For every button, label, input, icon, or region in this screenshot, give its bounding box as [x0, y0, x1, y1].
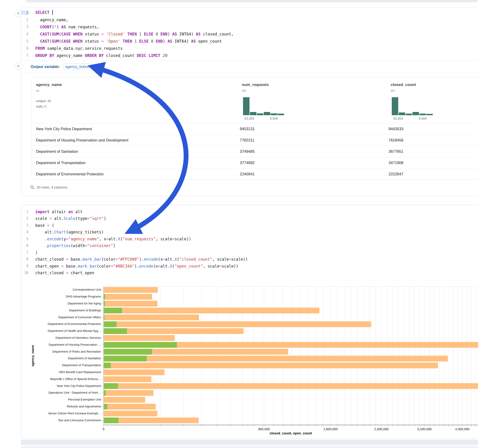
- code-text: chart_open = base.mark_bar(color="#8BC34…: [32, 264, 238, 268]
- row-column-count: 20 rows, 4 columns: [37, 185, 68, 189]
- svg-text:Department of Transportation: Department of Transportation: [62, 363, 101, 367]
- table-header: agency_namestrunique: 20nulls: 0num_requ…: [32, 77, 478, 123]
- line-number: 6: [21, 46, 29, 50]
- line-number: 3: [21, 25, 29, 29]
- code-line[interactable]: 7): [21, 249, 478, 256]
- cell-num-requests: 7782211: [240, 135, 254, 146]
- code-line[interactable]: 9chart_open = base.mark_bar(color="#8BC3…: [21, 263, 478, 270]
- svg-text:Department of Parks and Recrea: Department of Parks and Recreation: [52, 350, 101, 353]
- line-number: 6: [21, 244, 29, 248]
- line-number: 7: [21, 250, 29, 255]
- table-row: New York City Police Department945313194…: [32, 123, 478, 135]
- output-variable-input[interactable]: agency_tickets: [63, 64, 91, 70]
- sql-code-editor[interactable]: 1⌄SELECT 2 agency_name,3 COUNT(*) AS num…: [21, 7, 478, 59]
- collapsed-cell[interactable]: [21, 440, 478, 445]
- output-variable-label: Output variable:: [31, 64, 60, 69]
- svg-text:Senior Citizen Rent Increase E: Senior Citizen Rent Increase Exempti…: [48, 412, 101, 415]
- svg-text:Personal Exemption Unit: Personal Exemption Unit: [68, 398, 101, 401]
- code-text: chart_closed + chart_open: [32, 271, 94, 275]
- line-number: 1: [21, 210, 29, 214]
- svg-text:Department of Environmental Pr: Department of Environmental Protection: [48, 322, 101, 326]
- search-icon[interactable]: [30, 185, 34, 189]
- code-line[interactable]: 4 alt.Chart(agency_tickets): [21, 229, 478, 236]
- code-line[interactable]: 3⌄base = (: [21, 222, 478, 229]
- previous-cell-edge: [26, 0, 478, 2]
- code-text: import altair as alt: [32, 210, 82, 214]
- svg-text:Correspondence Unit: Correspondence Unit: [73, 288, 101, 291]
- code-line[interactable]: 1⌄SELECT: [21, 9, 478, 16]
- table-row: Department of Transportation377489234719…: [32, 157, 478, 168]
- line-number: 3: [21, 223, 29, 227]
- line-number: 8: [21, 257, 29, 261]
- code-text: agency_name,: [32, 18, 68, 22]
- line-number: 4: [21, 230, 29, 234]
- svg-text:New York City Police Departmen: New York City Police Department: [57, 384, 101, 388]
- table-row: Department of Housing Preservation and D…: [32, 135, 478, 146]
- svg-text:Refunds and Adjustments: Refunds and Adjustments: [67, 405, 101, 408]
- line-number: 4: [21, 32, 29, 36]
- table-row: Department of Sanitation37494853677651: [32, 146, 478, 157]
- code-text: .encode(y="agency_name", x=alt.X("num_re…: [32, 237, 191, 241]
- code-line[interactable]: 7GROUP BY agency_name ORDER BY closed_co…: [21, 52, 478, 59]
- code-line[interactable]: 5 .encode(y="agency_name", x=alt.X("num_…: [21, 236, 478, 243]
- code-line[interactable]: 5 CAST(SUM(CASE WHEN status = 'Open' THE…: [21, 37, 478, 45]
- histogram-min-label: 53,304: [393, 117, 403, 120]
- line-number: 10: [21, 271, 29, 275]
- line-number: 5: [21, 39, 29, 43]
- svg-text:3,200,000: 3,200,000: [417, 427, 432, 431]
- code-line[interactable]: 2scale = alt.Scale(type="sqrt"): [21, 215, 478, 222]
- svg-text:Department of Buildings: Department of Buildings: [69, 309, 101, 312]
- cell-agency-name: Department of Transportation: [36, 157, 86, 168]
- svg-text:DHS Advantage Programs: DHS Advantage Programs: [66, 295, 101, 298]
- altair-bar-chart: Correspondence UnitDHS Advantage Program…: [21, 281, 478, 436]
- column-stat: nulls: 0: [36, 105, 46, 108]
- code-text: FROM sample_data.nyc.service_requests: [32, 46, 123, 51]
- svg-text:Department for the Aging: Department for the Aging: [68, 302, 101, 305]
- dataframe-preview-table: agency_namestrunique: 20nulls: 0num_requ…: [31, 77, 478, 180]
- column-type: i64: [391, 89, 395, 92]
- line-number: 2: [21, 18, 29, 22]
- cell-closed-count: 2222847: [389, 168, 403, 180]
- code-line[interactable]: 1import altair as alt: [21, 208, 478, 215]
- svg-text:Department of Sanitation: Department of Sanitation: [68, 356, 101, 360]
- fold-caret-icon[interactable]: ⌄: [29, 11, 32, 14]
- code-text: CAST(SUM(CASE WHEN status = 'Open' THEN …: [32, 39, 222, 44]
- code-text: chart_closed = base.mark_bar(color="#FFC…: [32, 257, 248, 261]
- cell-closed-count: 7618456: [389, 135, 403, 146]
- svg-text:800,000: 800,000: [258, 427, 270, 431]
- next-cell-edge: [21, 446, 478, 448]
- column-histogram: [392, 97, 433, 115]
- code-line[interactable]: 3 COUNT(*) AS num_requests,: [21, 23, 478, 31]
- svg-text:Taxi and Limousine Commission: Taxi and Limousine Commission: [58, 418, 101, 422]
- code-line[interactable]: 2 agency_name,: [21, 16, 478, 23]
- cell-agency-name: Department of Housing Preservation and D…: [36, 135, 128, 146]
- column-name: agency_name: [36, 82, 62, 87]
- code-line[interactable]: 6 .properties(width="container"): [21, 243, 478, 249]
- cell-num-requests: 2240041: [240, 168, 255, 180]
- code-line[interactable]: 8chart_closed = base.mark_bar(color="#FF…: [21, 256, 478, 263]
- table-row: Department of Environmental Protection22…: [32, 168, 478, 180]
- python-code-editor[interactable]: 1import altair as alt2scale = alt.Scale(…: [21, 205, 478, 276]
- code-line[interactable]: 10chart_closed + chart_open: [21, 270, 478, 277]
- code-text: .properties(width="container"): [32, 243, 115, 248]
- cell-closed-count: 3677651: [389, 146, 403, 157]
- svg-text:Department of Health and Menta: Department of Health and Mental Hyg…: [48, 329, 101, 333]
- line-number: 5: [21, 237, 29, 241]
- code-line[interactable]: 4 CAST(SUM(CASE WHEN status = 'Closed' T…: [21, 31, 478, 37]
- cell-agency-name: Department of Environmental Protection: [36, 168, 104, 180]
- sql-cell: 1⌄SELECT 2 agency_name,3 COUNT(*) AS num…: [21, 7, 478, 196]
- cell-agency-name: New York City Police Department: [36, 123, 92, 135]
- svg-text:Mayorâ€ s Office of Special En: Mayorâ€ s Office of Special Enforce…: [50, 377, 101, 381]
- cell-num-requests: 3774892: [240, 157, 255, 168]
- column-name: num_requests: [242, 82, 269, 87]
- code-text: CAST(SUM(CASE WHEN status = 'Closed' THE…: [32, 32, 233, 36]
- svg-text:closed_count, open_count: closed_count, open_count: [270, 431, 312, 435]
- code-line[interactable]: 6FROM sample_data.nyc.service_requests: [21, 45, 478, 52]
- cell-num-requests: 9453131: [240, 123, 255, 135]
- code-text: GROUP BY agency_name ORDER BY closed_cou…: [32, 53, 167, 58]
- fold-caret-icon[interactable]: ⌄: [29, 224, 32, 227]
- code-text: ): [32, 250, 38, 255]
- svg-text:agency_name: agency_name: [31, 345, 35, 367]
- code-text: alt.Chart(agency_tickets): [32, 230, 104, 234]
- code-text: SELECT: [32, 10, 53, 15]
